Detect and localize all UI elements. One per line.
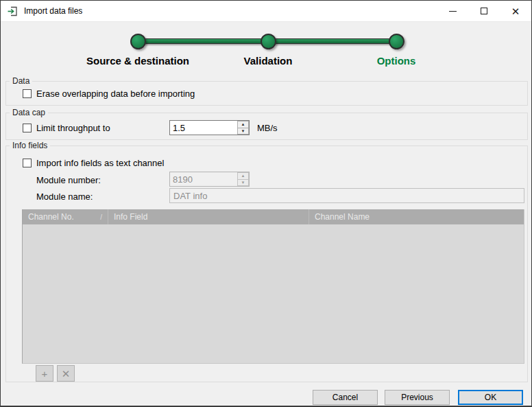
close-button[interactable]: ✕ <box>500 1 531 21</box>
group-info-fields: Info fields Import info fields as text c… <box>5 146 528 382</box>
module-number-input <box>170 172 237 186</box>
column-header-info-field[interactable]: Info Field <box>108 209 309 224</box>
step-label-source-destination: Source & destination <box>86 55 189 67</box>
step-label-validation: Validation <box>244 55 293 67</box>
column-header-channel-name[interactable]: Channel Name <box>309 209 524 224</box>
erase-overlapping-label: Erase overlapping data before importing <box>36 89 195 99</box>
limit-throughput-row: Limit throughput to <box>23 123 110 133</box>
module-number-spin-buttons: ▲ ▼ <box>237 172 249 186</box>
limit-throughput-checkbox[interactable] <box>23 124 32 132</box>
throughput-spin-up-icon[interactable]: ▲ <box>237 121 249 128</box>
step-dot-options <box>389 34 404 49</box>
add-row-button[interactable]: + <box>36 365 53 382</box>
maximize-icon <box>481 8 487 14</box>
throughput-unit-label: MB/s <box>257 123 278 133</box>
module-number-label: Module number: <box>36 175 101 185</box>
group-info-fields-title: Info fields <box>10 141 50 150</box>
erase-overlapping-checkbox[interactable] <box>23 89 32 98</box>
group-data: Data Erase overlapping data before impor… <box>5 81 528 106</box>
plus-icon: + <box>42 369 48 379</box>
throughput-input[interactable] <box>170 121 237 135</box>
group-data-title: Data <box>10 76 32 86</box>
import-data-files-dialog: Import data files ✕ Source & destination… <box>0 0 532 407</box>
module-number-spinbox: ▲ ▼ <box>169 172 250 187</box>
import-info-fields-row: Import info fields as text channel <box>23 158 164 168</box>
module-number-spin-up-icon: ▲ <box>237 172 249 180</box>
module-name-input: DAT info <box>169 188 524 203</box>
previous-button[interactable]: Previous <box>385 390 450 405</box>
import-file-icon <box>7 5 19 17</box>
minimize-icon <box>449 11 457 12</box>
import-info-fields-checkbox[interactable] <box>23 159 32 167</box>
info-fields-table: Channel No. / Info Field Channel Name <box>22 209 524 364</box>
step-dot-source-destination <box>130 34 146 49</box>
column-header-channel-no[interactable]: Channel No. / <box>23 209 108 224</box>
sort-ascending-icon: / <box>96 213 102 221</box>
limit-throughput-label: Limit throughput to <box>36 123 110 133</box>
module-name-value: DAT info <box>173 191 207 201</box>
group-data-cap: Data cap Limit throughput to ▲ ▼ MB/s <box>5 113 528 140</box>
group-data-cap-title: Data cap <box>10 108 48 117</box>
info-fields-table-body <box>23 224 524 364</box>
module-name-label: Module name: <box>36 191 93 202</box>
cross-icon: ✕ <box>62 369 71 379</box>
minimize-button[interactable] <box>437 1 468 21</box>
ok-button[interactable]: OK <box>458 390 523 405</box>
window-title: Import data files <box>24 6 82 16</box>
window-controls: ✕ <box>437 1 531 21</box>
step-dot-validation <box>261 34 276 49</box>
erase-overlapping-row: Erase overlapping data before importing <box>23 89 195 99</box>
import-info-fields-label: Import info fields as text channel <box>36 158 164 168</box>
step-label-options: Options <box>377 55 416 67</box>
cancel-button[interactable]: Cancel <box>313 390 378 405</box>
info-fields-table-header: Channel No. / Info Field Channel Name <box>23 209 524 224</box>
throughput-spin-down-icon[interactable]: ▼ <box>237 128 249 135</box>
module-number-spin-down-icon: ▼ <box>237 180 249 187</box>
remove-row-button[interactable]: ✕ <box>57 365 75 382</box>
throughput-spinbox: ▲ ▼ <box>169 120 250 135</box>
close-icon: ✕ <box>511 6 520 16</box>
throughput-spin-buttons: ▲ ▼ <box>237 121 249 135</box>
titlebar: Import data files ✕ <box>1 1 531 22</box>
maximize-button[interactable] <box>468 1 500 21</box>
